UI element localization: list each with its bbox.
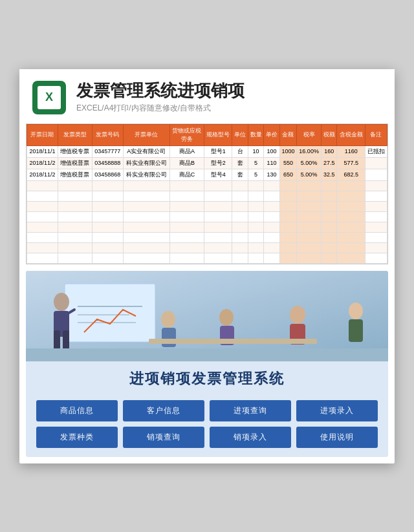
col-price: 单价 <box>264 124 279 145</box>
table-cell: 650 <box>279 169 297 180</box>
main-container: X 发票管理系统进项销项 EXCEL/A4打印/内容随意修改/自带格式 开票日期… <box>19 69 395 463</box>
empty-cell <box>365 253 387 263</box>
table-cell: 1000 <box>279 145 297 157</box>
empty-row <box>27 191 387 201</box>
empty-cell <box>58 211 92 222</box>
meeting-image <box>26 271 388 361</box>
table-cell: 682.5 <box>337 169 365 180</box>
empty-cell <box>279 222 297 232</box>
empty-row <box>27 232 387 242</box>
empty-cell <box>92 222 123 232</box>
empty-cell <box>169 191 204 201</box>
btn-customer-info[interactable]: 客户信息 <box>123 400 204 421</box>
spreadsheet-area: 开票日期 发票类型 发票号码 开票单位 货物或应税劳务 规格型号 单位 数量 单… <box>26 123 388 264</box>
empty-cell <box>264 222 279 232</box>
table-cell: 商品C <box>169 169 204 180</box>
empty-cell <box>321 232 336 242</box>
table-cell: 5 <box>248 157 263 169</box>
empty-cell <box>92 211 123 222</box>
table-cell: 10 <box>248 145 263 157</box>
table-cell: 商品B <box>169 157 204 169</box>
empty-cell <box>92 191 123 201</box>
table-cell: A实业有限公司 <box>123 145 169 157</box>
empty-cell <box>169 222 204 232</box>
empty-cell <box>169 180 204 191</box>
table-cell: 5.00% <box>297 157 321 169</box>
empty-cell <box>248 222 263 232</box>
svg-rect-9 <box>63 330 69 350</box>
table-cell: 100 <box>264 145 279 157</box>
empty-cell <box>365 242 387 253</box>
empty-cell <box>321 201 336 211</box>
empty-cell <box>264 180 279 191</box>
empty-cell <box>337 180 365 191</box>
btn-invoice-type[interactable]: 发票种类 <box>36 427 118 448</box>
page-subtitle: EXCEL/A4打印/内容随意修改/自带格式 <box>76 103 245 114</box>
empty-cell <box>264 201 279 211</box>
empty-cell <box>279 232 297 242</box>
empty-cell <box>27 201 58 211</box>
empty-cell <box>279 242 297 253</box>
empty-cell <box>232 253 248 263</box>
col-qty: 数量 <box>248 124 263 145</box>
col-tax: 税额 <box>321 124 336 145</box>
empty-cell <box>232 191 248 201</box>
table-cell: 2018/11/2 <box>27 157 58 169</box>
btn-instructions[interactable]: 使用说明 <box>296 427 378 448</box>
table-cell: 130 <box>264 169 279 180</box>
empty-cell <box>232 222 248 232</box>
empty-cell <box>279 201 297 211</box>
empty-cell <box>337 232 365 242</box>
col-type: 发票类型 <box>58 124 92 145</box>
empty-cell <box>248 253 263 263</box>
empty-cell <box>92 242 123 253</box>
bottom-panel: 进项销项发票管理系统 商品信息 客户信息 进项查询 进项录入 发票种类 销项查询… <box>26 271 388 457</box>
empty-cell <box>58 222 92 232</box>
table-cell: 增值税普票 <box>58 169 92 180</box>
table-cell: 型号1 <box>204 145 232 157</box>
empty-cell <box>123 253 169 263</box>
empty-cell <box>27 191 58 201</box>
header: X 发票管理系统进项销项 EXCEL/A4打印/内容随意修改/自带格式 <box>19 69 395 123</box>
empty-cell <box>248 180 263 191</box>
empty-row <box>27 211 387 222</box>
btn-output-entry[interactable]: 销项录入 <box>210 427 291 448</box>
empty-cell <box>337 242 365 253</box>
empty-cell <box>27 253 58 263</box>
svg-rect-12 <box>162 328 176 347</box>
empty-cell <box>248 211 263 222</box>
header-text: 发票管理系统进项销项 EXCEL/A4打印/内容随意修改/自带格式 <box>76 81 245 114</box>
btn-goods-info[interactable]: 商品信息 <box>36 400 118 421</box>
svg-rect-18 <box>349 319 363 342</box>
empty-cell <box>232 242 248 253</box>
empty-cell <box>204 201 232 211</box>
empty-cell <box>169 201 204 211</box>
table-cell: 550 <box>279 157 297 169</box>
col-date: 开票日期 <box>27 124 58 145</box>
btn-input-entry[interactable]: 进项录入 <box>296 400 378 421</box>
table-cell: 5 <box>248 169 263 180</box>
excel-icon: X <box>32 81 66 114</box>
empty-cell <box>204 191 232 201</box>
system-title: 进项销项发票管理系统 <box>26 361 388 395</box>
table-cell: 套 <box>232 157 248 169</box>
empty-cell <box>337 191 365 201</box>
table-cell: 增值税专票 <box>58 145 92 157</box>
btn-output-query[interactable]: 销项查询 <box>123 427 204 448</box>
col-number: 发票号码 <box>92 124 123 145</box>
empty-cell <box>123 191 169 201</box>
svg-point-13 <box>219 309 234 326</box>
table-row: 2018/11/2增值税普票03458868科实业有限公司商品C型号4套5130… <box>27 169 387 180</box>
table-cell: 577.5 <box>337 157 365 169</box>
empty-cell <box>297 232 321 242</box>
empty-cell <box>58 253 92 263</box>
empty-row <box>27 242 387 253</box>
btn-input-query[interactable]: 进项查询 <box>210 400 291 421</box>
empty-cell <box>365 201 387 211</box>
empty-cell <box>279 180 297 191</box>
empty-cell <box>58 201 92 211</box>
empty-cell <box>321 222 336 232</box>
empty-cell <box>297 191 321 201</box>
svg-rect-20 <box>26 348 388 361</box>
empty-row <box>27 201 387 211</box>
